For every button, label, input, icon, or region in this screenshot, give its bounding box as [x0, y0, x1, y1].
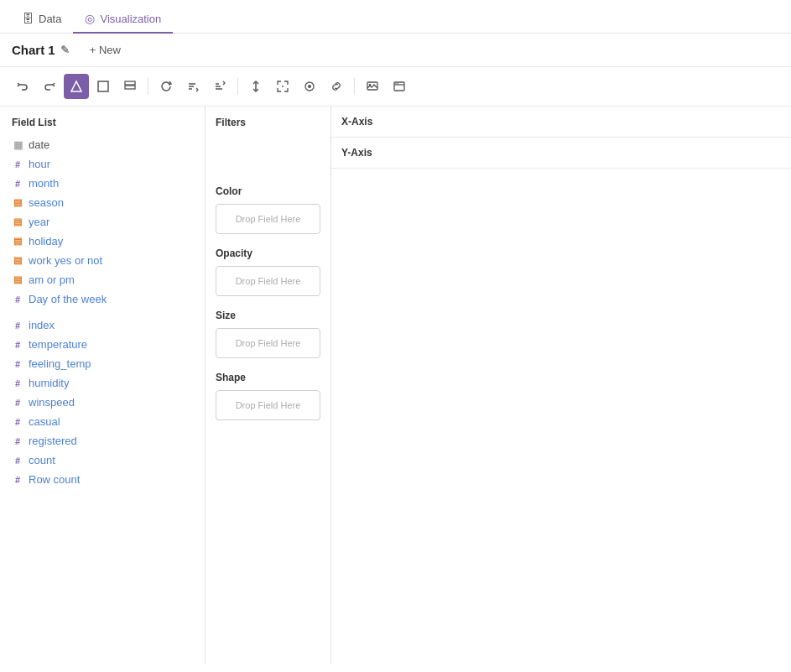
sort-asc-icon: [187, 81, 199, 92]
count-type-icon: #: [12, 456, 23, 466]
index-type-icon: #: [12, 320, 23, 331]
sort-desc-button[interactable]: [207, 74, 232, 99]
field-humidity-label: humidity: [29, 377, 69, 389]
filters-title: Filters: [216, 117, 320, 128]
embed-icon: [393, 81, 405, 92]
field-item-casual[interactable]: # casual: [0, 412, 205, 431]
field-casual-label: casual: [29, 415, 60, 428]
tab-data[interactable]: 🗄 Data: [10, 5, 73, 34]
toolbar-separator-3: [354, 78, 355, 95]
field-item-row-count[interactable]: # Row count: [0, 470, 205, 489]
svg-rect-2: [125, 81, 135, 85]
refresh-button[interactable]: [154, 74, 179, 99]
field-ampm-label: am or pm: [29, 273, 75, 286]
field-feeling-temp-label: feeling_temp: [29, 357, 91, 370]
select-button[interactable]: [297, 74, 322, 99]
chart-config-panel: X-Axis Y-Axis: [331, 107, 791, 664]
x-axis-label: X-Axis: [331, 109, 398, 134]
field-item-humidity[interactable]: # humidity: [0, 373, 205, 393]
image-settings-icon: [367, 81, 378, 92]
y-axis-label: Y-Axis: [331, 140, 398, 165]
field-item-day-of-week[interactable]: # Day of the week: [0, 289, 205, 309]
tab-visualization[interactable]: ◎ Visualization: [73, 5, 173, 34]
arrange-icon: [250, 81, 262, 92]
link-button[interactable]: [324, 74, 349, 99]
filters-options-panel: Filters Color Drop Field Here Opacity Dr…: [206, 107, 331, 664]
svg-point-18: [395, 83, 396, 84]
filter-icon: [97, 81, 109, 92]
field-winspeed-label: winspeed: [29, 396, 75, 409]
layers-button[interactable]: [117, 74, 143, 99]
undo-button[interactable]: [10, 74, 35, 99]
field-dow-label: Day of the week: [29, 293, 107, 305]
field-list-title: Field List: [0, 117, 205, 135]
redo-icon: [44, 81, 55, 92]
select-icon: [304, 81, 315, 92]
field-item-month[interactable]: # month: [0, 174, 205, 193]
field-item-work[interactable]: ▤ work yes or not: [0, 251, 205, 270]
field-row-count-label: Row count: [29, 473, 80, 486]
color-drop-zone[interactable]: Drop Field Here: [216, 204, 320, 234]
y-axis-row: Y-Axis: [331, 138, 791, 169]
field-item-index[interactable]: # index: [0, 315, 205, 335]
field-item-am-pm[interactable]: ▤ am or pm: [0, 270, 205, 289]
field-year-label: year: [29, 216, 49, 228]
chart-type-icon: [70, 80, 83, 93]
embed-button[interactable]: [387, 74, 412, 99]
opacity-section-title: Opacity: [216, 247, 320, 259]
field-item-holiday[interactable]: ▤ holiday: [0, 232, 205, 251]
svg-marker-0: [71, 81, 81, 91]
x-axis-row: X-Axis: [331, 107, 791, 138]
new-chart-button[interactable]: + New: [83, 42, 127, 58]
tab-visualization-label: Visualization: [100, 13, 161, 25]
field-item-year[interactable]: ▤ year: [0, 212, 205, 232]
field-item-hour[interactable]: # hour: [0, 154, 205, 174]
hour-type-icon: #: [12, 159, 23, 169]
field-date-label: date: [29, 138, 49, 151]
sort-asc-button[interactable]: [180, 74, 206, 99]
image-settings-button[interactable]: [360, 74, 385, 99]
refresh-icon: [160, 81, 172, 92]
field-item-season[interactable]: ▤ season: [0, 193, 205, 212]
top-tabs: 🗄 Data ◎ Visualization: [0, 0, 791, 34]
edit-chart-title-icon[interactable]: ✎: [60, 44, 70, 56]
field-item-winspeed[interactable]: # winspeed: [0, 393, 205, 412]
size-section-title: Size: [216, 310, 320, 321]
y-axis-drop-zone[interactable]: [398, 138, 791, 168]
size-drop-zone[interactable]: Drop Field Here: [216, 328, 320, 358]
humidity-type-icon: #: [12, 378, 23, 388]
registered-type-icon: #: [12, 436, 23, 446]
field-item-registered[interactable]: # registered: [0, 431, 205, 451]
dow-type-icon: #: [12, 294, 23, 305]
field-item-temperature[interactable]: # temperature: [0, 335, 205, 354]
chart-canvas-area: [331, 169, 791, 664]
fit-button[interactable]: [270, 74, 295, 99]
temp-type-icon: #: [12, 340, 23, 350]
main-content: Field List ▦ date # hour # month ▤ seaso…: [0, 107, 791, 664]
redo-button[interactable]: [37, 74, 62, 99]
field-item-feeling-temp[interactable]: # feeling_temp: [0, 354, 205, 373]
field-registered-label: registered: [29, 435, 77, 447]
toolbar: [0, 67, 791, 107]
field-holiday-label: holiday: [29, 235, 63, 247]
field-item-date[interactable]: ▦ date: [0, 135, 205, 154]
shape-drop-zone[interactable]: Drop Field Here: [216, 390, 320, 420]
winspeed-type-icon: #: [12, 398, 23, 408]
undo-icon: [17, 81, 29, 92]
opacity-drop-zone[interactable]: Drop Field Here: [216, 266, 320, 296]
ampm-type-icon: ▤: [12, 274, 23, 285]
casual-type-icon: #: [12, 417, 23, 427]
svg-rect-3: [125, 86, 135, 89]
year-type-icon: ▤: [12, 216, 23, 227]
field-index-label: index: [29, 319, 55, 331]
visualization-tab-icon: ◎: [85, 12, 95, 25]
field-item-count[interactable]: # count: [0, 451, 205, 470]
tab-data-label: Data: [39, 13, 61, 25]
x-axis-drop-zone[interactable]: [398, 107, 791, 137]
field-month-label: month: [29, 177, 59, 190]
chart-type-button[interactable]: [64, 74, 89, 99]
svg-point-11: [282, 86, 284, 87]
arrange-button[interactable]: [243, 74, 268, 99]
filter-button[interactable]: [91, 74, 116, 99]
svg-rect-1: [98, 81, 108, 91]
